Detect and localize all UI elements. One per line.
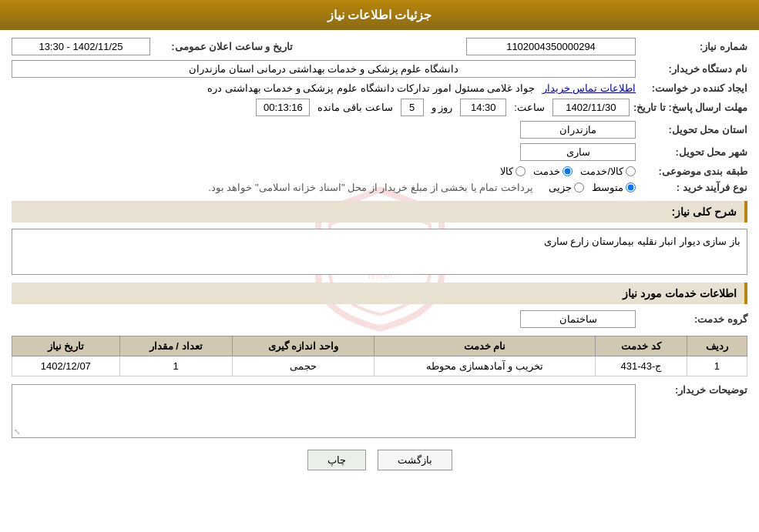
purchase-label-jozi: جزیی — [549, 182, 572, 193]
col-service-name: نام خدمت — [374, 336, 595, 356]
back-button[interactable]: بازگشت — [378, 450, 452, 470]
response-remaining: 00:13:16 — [256, 99, 310, 116]
response-days-label: روز و — [432, 102, 453, 113]
announcement-datetime-label: تاریخ و ساعت اعلان عمومی: — [154, 41, 293, 52]
response-time-label: ساعت: — [514, 102, 545, 113]
service-group-label: گروه خدمت: — [640, 313, 747, 325]
category-option-kala-khedmat: کالا/خدمت — [580, 166, 636, 177]
buyer-org-row: نام دستگاه خریدار: دانشگاه علوم پزشکی و … — [12, 60, 747, 78]
category-radio-group: کالا/خدمت خدمت کالا — [500, 166, 636, 177]
delivery-province-row: استان محل تحویل: مازندران — [12, 121, 747, 139]
table-header-row: ردیف کد خدمت نام خدمت واحد اندازه گیری ت… — [12, 336, 747, 356]
category-row: طبقه بندی موضوعی: کالا/خدمت خدمت کالا — [12, 166, 747, 177]
col-service-code: کد خدمت — [595, 336, 687, 356]
response-deadline-row: مهلت ارسال پاسخ: تا تاریخ: 1402/11/30 سا… — [12, 99, 747, 116]
cell-need-date: 1402/12/07 — [12, 356, 120, 376]
category-option-khedmat: خدمت — [533, 166, 573, 177]
purchase-radio-jozi[interactable] — [574, 182, 584, 192]
cell-quantity: 1 — [119, 356, 232, 376]
response-time: 14:30 — [460, 99, 506, 116]
category-label-khedmat: خدمت — [533, 166, 560, 177]
page-header: جزئیات اطلاعات نیاز — [0, 0, 759, 30]
delivery-province-label: استان محل تحویل: — [640, 124, 747, 136]
cell-service-code: ج-43-431 — [595, 356, 687, 376]
need-number-value: 1102004350000294 — [466, 38, 636, 55]
category-radio-khedmat[interactable] — [563, 166, 573, 176]
purchase-type-row: نوع فرآیند خرید : متوسط جزیی پرداخت تمام… — [12, 182, 747, 193]
col-row-num: ردیف — [687, 336, 747, 356]
creator-contact-link[interactable]: اطلاعات تماس خریدار — [542, 82, 636, 94]
creator-label: ایجاد کننده در خواست: — [640, 82, 747, 94]
action-buttons: بازگشت چاپ — [12, 450, 747, 470]
announcement-datetime-value: 1402/11/25 - 13:30 — [12, 38, 150, 55]
service-group-value: ساختمان — [520, 310, 636, 328]
services-table: ردیف کد خدمت نام خدمت واحد اندازه گیری ت… — [12, 336, 747, 376]
cell-row-num: 1 — [687, 356, 747, 376]
services-section-label: اطلاعات خدمات مورد نیاز — [623, 287, 737, 299]
category-label-kala-khedmat: کالا/خدمت — [580, 166, 623, 177]
category-radio-kala-khedmat[interactable] — [626, 166, 636, 176]
need-number-row: شماره نیاز: 1102004350000294 تاریخ و ساع… — [12, 38, 747, 55]
need-description-row: باز سازی دیوار انبار نقلیه بیمارستان زار… — [12, 229, 747, 275]
category-label: طبقه بندی موضوعی: — [640, 166, 747, 177]
delivery-city-label: شهر محل تحویل: — [640, 146, 747, 158]
cell-service-name: تخریب و آمادهسازی محوطه — [374, 356, 595, 376]
category-label-kala: کالا — [500, 166, 513, 177]
purchase-type-radio-group: متوسط جزیی — [549, 182, 636, 193]
purchase-type-motavas: متوسط — [592, 182, 636, 193]
table-row: 1 ج-43-431 تخریب و آمادهسازی محوطه حجمی … — [12, 356, 747, 376]
need-description-label: شرح کلی نیاز: — [672, 206, 737, 218]
response-date: 1402/11/30 — [552, 99, 630, 116]
delivery-city-row: شهر محل تحویل: ساری — [12, 143, 747, 161]
purchase-label-motavas: متوسط — [592, 182, 623, 193]
buyer-notes-row: توضیحات خریدار: ⤡ — [12, 384, 747, 438]
notes-resize-icon: ⤡ — [14, 427, 20, 436]
creator-value: جواد غلامی مسئول امور تدارکات دانشگاه عل… — [207, 82, 535, 94]
creator-row: ایجاد کننده در خواست: اطلاعات تماس خریدا… — [12, 82, 747, 94]
delivery-city-value: ساری — [520, 143, 636, 161]
col-need-date: تاریخ نیاز — [12, 336, 120, 356]
buyer-org-value: دانشگاه علوم پزشکی و خدمات بهداشتی درمان… — [12, 60, 636, 78]
purchase-type-label: نوع فرآیند خرید : — [640, 182, 747, 193]
purchase-radio-motavas[interactable] — [626, 182, 636, 192]
purchase-note: پرداخت تمام یا بخشی از مبلغ خریدار از مح… — [208, 182, 533, 193]
delivery-province-value: مازندران — [520, 121, 636, 139]
response-remaining-label: ساعت باقی مانده — [317, 102, 392, 113]
need-description-section: شرح کلی نیاز: — [12, 201, 747, 223]
category-radio-kala[interactable] — [516, 166, 526, 176]
purchase-type-jozi: جزیی — [549, 182, 584, 193]
response-days: 5 — [401, 99, 424, 116]
print-button[interactable]: چاپ — [307, 450, 366, 470]
col-quantity: تعداد / مقدار — [119, 336, 232, 356]
services-section-title: اطلاعات خدمات مورد نیاز — [12, 283, 747, 304]
buyer-notes-label: توضیحات خریدار: — [640, 384, 747, 396]
col-unit: واحد اندازه گیری — [232, 336, 374, 356]
need-number-label: شماره نیاز: — [640, 41, 747, 52]
services-table-container: ردیف کد خدمت نام خدمت واحد اندازه گیری ت… — [12, 336, 747, 376]
category-option-kala: کالا — [500, 166, 526, 177]
buyer-notes-box: ⤡ — [12, 384, 636, 438]
page-title: جزئیات اطلاعات نیاز — [327, 8, 432, 22]
cell-unit: حجمی — [232, 356, 374, 376]
need-description-value: باز سازی دیوار انبار نقلیه بیمارستان زار… — [12, 229, 747, 275]
service-group-row: گروه خدمت: ساختمان — [12, 310, 747, 328]
response-deadline-label: مهلت ارسال پاسخ: تا تاریخ: — [633, 102, 747, 113]
buyer-org-label: نام دستگاه خریدار: — [640, 63, 747, 75]
